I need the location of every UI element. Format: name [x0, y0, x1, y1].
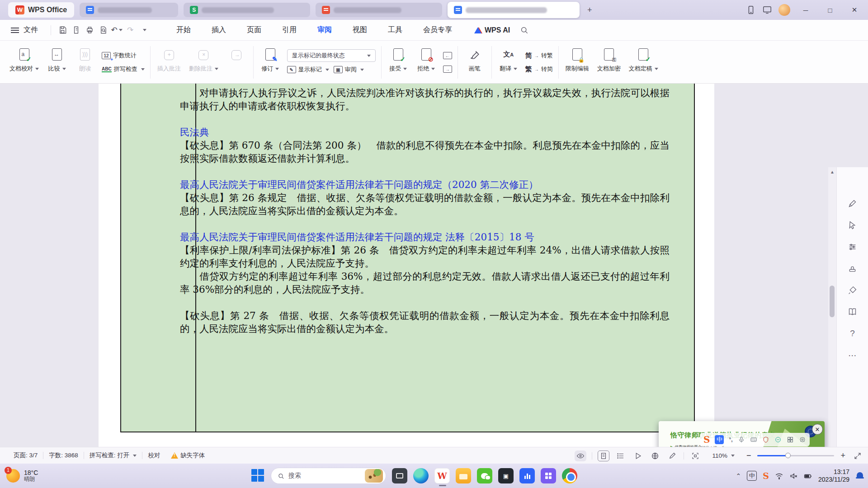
battery-icon[interactable] — [804, 472, 812, 480]
voice-input-icon[interactable] — [738, 436, 745, 443]
zoom-slider[interactable] — [757, 455, 834, 456]
wifi-icon[interactable] — [775, 472, 783, 480]
weather-widget[interactable]: 1 18°C 晴朗 — [6, 469, 38, 483]
read-aloud-button[interactable]: ))) 朗读 — [72, 43, 98, 81]
grid-app-icon[interactable] — [541, 468, 556, 483]
seal-stamp-icon[interactable] — [844, 259, 862, 277]
vertical-scrollbar[interactable]: ▲ ⌃⌃ ⌄⌄ — [828, 167, 836, 447]
quickbar-more-button[interactable] — [137, 23, 151, 37]
zoom-out-button[interactable]: − — [746, 451, 751, 460]
track-changes-button[interactable]: ✎ 修订 — [257, 43, 283, 81]
close-button[interactable]: ✕ — [845, 0, 863, 20]
document-page[interactable]: 对申请执行人执行异议之诉，人民法院判决准许对该执行标的执行的，执行异议裁定失效，… — [99, 84, 714, 447]
document-tab-3[interactable] — [316, 3, 442, 17]
taskbar-search[interactable]: 搜索 — [271, 468, 386, 484]
punctuation-icon[interactable]: °, — [729, 436, 732, 443]
edit-mode-icon[interactable] — [666, 450, 678, 461]
fit-page-icon[interactable] — [689, 450, 701, 461]
menu-tab-8[interactable]: 会员专享 — [413, 22, 462, 38]
wps-home-button[interactable]: WPS Office — [8, 2, 74, 18]
proofread-button[interactable]: 校对 — [148, 451, 160, 460]
mobile-sync-icon[interactable] — [746, 5, 756, 15]
page-indicator[interactable]: 页面: 3/7 — [14, 451, 38, 460]
page-view-icon[interactable] — [598, 450, 609, 461]
document-tab-1[interactable] — [80, 3, 178, 17]
compare-button[interactable]: ↔ 比较 — [44, 43, 70, 81]
translate-button[interactable]: 文A 翻译 — [495, 43, 522, 81]
user-avatar[interactable] — [778, 4, 790, 16]
document-tab-2[interactable]: S — [184, 3, 310, 17]
annotate-pen-icon[interactable] — [844, 194, 862, 212]
search-highlight-image[interactable] — [365, 469, 383, 483]
restrict-editing-button[interactable]: 🔒 限制编辑 — [562, 43, 592, 81]
format-clean-icon[interactable] — [844, 281, 862, 299]
ink-brush-button[interactable]: 画笔 — [462, 43, 488, 81]
wechat-app-icon[interactable] — [477, 468, 492, 483]
hamburger-menu-icon[interactable] — [11, 28, 19, 33]
doc-check-button[interactable]: a✓ 文档校对 — [6, 43, 42, 81]
ime-settings-icon[interactable] — [799, 436, 806, 443]
undo-button[interactable]: ↶ — [110, 23, 123, 37]
scrollbar-thumb[interactable] — [830, 286, 835, 317]
notification-bell-icon[interactable] — [855, 471, 864, 480]
wps-ai-button[interactable]: WPS AI — [474, 26, 510, 34]
folder-app-icon[interactable] — [456, 468, 471, 483]
menu-tab-2[interactable]: 插入 — [201, 22, 236, 38]
eye-protection-icon[interactable] — [575, 450, 586, 461]
accept-button[interactable]: ✓ 接受 — [385, 43, 411, 81]
delete-comment-button[interactable]: × 删除批注 — [186, 43, 222, 81]
spellcheck-indicator[interactable]: 拼写检查: 打开 — [90, 451, 137, 460]
menu-tab-7[interactable]: 工具 — [377, 22, 413, 38]
virtual-keyboard-icon[interactable] — [750, 436, 757, 443]
save-button[interactable] — [56, 23, 69, 37]
dark-app-icon[interactable]: ▣ — [498, 468, 514, 483]
file-menu[interactable]: 文件 — [24, 25, 38, 35]
minimize-button[interactable]: ─ — [797, 0, 815, 20]
word-count-button[interactable]: 12+ 字数统计 — [102, 50, 145, 61]
sogou-logo-icon[interactable]: S — [703, 434, 710, 445]
next-change-button[interactable]: → — [443, 63, 452, 75]
video-close-icon[interactable]: ✕ — [812, 424, 823, 435]
play-view-icon[interactable] — [632, 450, 644, 461]
volume-muted-icon[interactable] — [789, 472, 798, 480]
file-explorer-app-icon[interactable] — [392, 468, 407, 483]
wps-app-icon[interactable]: W — [434, 468, 450, 483]
edge-app-icon[interactable] — [413, 468, 429, 483]
encrypt-document-button[interactable]: ⚿ 文档加密 — [594, 43, 624, 81]
sogou-tray-icon[interactable]: S — [763, 471, 769, 481]
more-tools-icon[interactable]: ⋯ — [844, 346, 862, 364]
word-count-indicator[interactable]: 字数: 3868 — [49, 451, 78, 460]
shield-icon[interactable] — [762, 436, 769, 443]
review-pane-button[interactable]: ▣ 审阅 — [334, 64, 364, 75]
new-tab-button[interactable]: + — [584, 5, 595, 15]
outline-view-icon[interactable] — [615, 450, 627, 461]
start-button[interactable] — [251, 469, 265, 483]
redo-button[interactable]: ↷ — [123, 23, 137, 37]
app-center-icon[interactable] — [762, 5, 772, 15]
chrome-app-icon[interactable] — [562, 468, 577, 483]
tray-clock[interactable]: 13:17 2023/11/29 — [818, 468, 849, 484]
stocks-app-icon[interactable] — [519, 468, 535, 483]
fullscreen-icon[interactable] — [852, 450, 863, 461]
zoom-in-button[interactable]: + — [840, 451, 845, 460]
menu-tab-4[interactable]: 引用 — [272, 22, 307, 38]
toolbox-grid-icon[interactable] — [787, 436, 794, 443]
document-text[interactable]: 对申请执行人执行异议之诉，人民法院判决准许对该执行标的执行的，执行异议裁定失效，… — [180, 86, 670, 335]
select-cursor-icon[interactable] — [844, 216, 862, 234]
simplified-to-traditional-button[interactable]: 简→ 转繁 — [525, 50, 553, 61]
menu-tab-1[interactable]: 开始 — [166, 22, 201, 38]
maximize-button[interactable]: □ — [821, 0, 839, 20]
help-icon[interactable]: ? — [844, 324, 862, 343]
traditional-to-simplified-button[interactable]: 繁→ 转简 — [525, 63, 553, 75]
finalize-document-button[interactable]: ✓ 文档定稿 — [626, 43, 661, 81]
print-preview-button[interactable] — [96, 23, 110, 37]
markup-state-dropdown[interactable]: 显示标记的最终状态 — [287, 49, 376, 62]
menu-tab-3[interactable]: 页面 — [236, 22, 272, 38]
document-tab-active[interactable] — [448, 2, 580, 18]
zoom-level[interactable]: 110% — [712, 452, 735, 459]
print-button[interactable] — [83, 23, 96, 37]
chinese-mode-icon[interactable]: 中 — [715, 435, 724, 444]
web-view-icon[interactable] — [649, 450, 661, 461]
spell-check-button[interactable]: ABC 拼写检查 — [102, 63, 145, 75]
missing-font-warning[interactable]: 缺失字体 — [171, 451, 205, 460]
